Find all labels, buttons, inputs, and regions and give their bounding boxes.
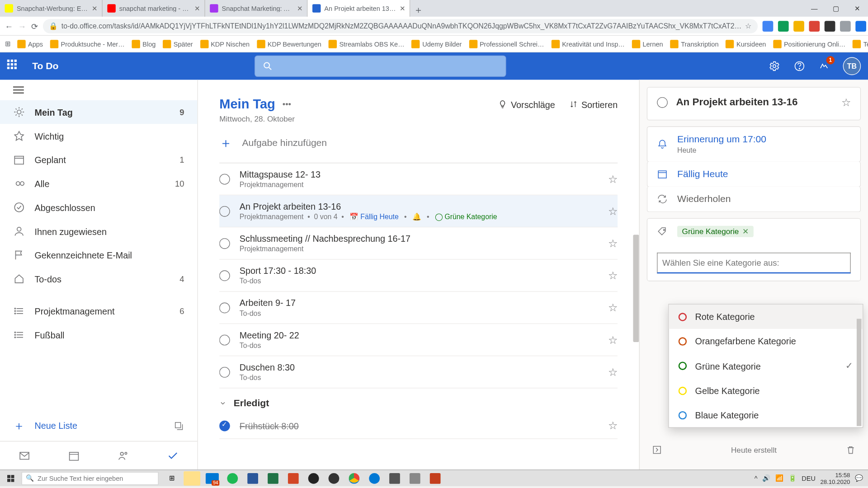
mail-icon[interactable] (19, 450, 30, 461)
completed-section-header[interactable]: Erledigt (219, 389, 618, 413)
star-icon[interactable]: ☆ (608, 366, 618, 379)
bookmark-item[interactable]: Kursideen (726, 40, 766, 48)
category-option[interactable]: Blaue Kategorie (669, 403, 863, 427)
star-icon[interactable]: ☆ (608, 269, 618, 282)
new-list-button[interactable]: ＋ Neue Liste (0, 411, 197, 441)
task-row[interactable]: Schlussmeeting // Nachbesprechung 16-17P… (219, 228, 618, 260)
forward-button[interactable]: → (18, 20, 26, 32)
sidebar-item[interactable]: Gekennzeichnete E-Mail (0, 243, 197, 267)
chrome-icon[interactable] (346, 471, 363, 485)
mail-app-icon[interactable]: 94 (204, 471, 221, 485)
app-icon[interactable] (305, 471, 322, 485)
category-row[interactable]: Grüne Kategorie ✕ (647, 218, 861, 282)
remove-tag-icon[interactable]: ✕ (742, 227, 749, 236)
sidebar-item[interactable]: Mein Tag9 (0, 100, 197, 124)
powerpoint-icon[interactable] (285, 471, 302, 485)
tray-wifi-icon[interactable]: 📶 (775, 474, 783, 482)
bookmark-item[interactable]: KDP Nischen (200, 40, 250, 48)
tray-volume-icon[interactable]: 🔊 (762, 474, 770, 482)
star-icon[interactable]: ☆ (608, 301, 618, 314)
category-option[interactable]: Gelbe Kategorie (669, 378, 863, 403)
sidebar-item[interactable]: Geplant1 (0, 148, 197, 172)
ext-icon[interactable] (840, 20, 851, 31)
sidebar-item[interactable]: Abgeschlossen (0, 196, 197, 220)
task-row[interactable]: Sport 17:30 - 18:30To-dos☆ (219, 260, 618, 292)
bookmark-item[interactable]: Streamlabs OBS Ke… (329, 40, 405, 48)
search-input[interactable] (255, 56, 506, 76)
help-icon[interactable] (793, 60, 806, 73)
taskbar-search[interactable]: 🔍Zur Suche Text hier eingeben (21, 472, 158, 485)
add-task-input[interactable]: ＋Aufgabe hinzufügen (219, 123, 618, 163)
sidebar-item[interactable]: To-dos4 (0, 267, 197, 291)
complete-toggle[interactable] (219, 302, 230, 313)
new-group-icon[interactable] (174, 420, 184, 431)
suggestions-button[interactable]: Vorschläge (498, 99, 555, 109)
complete-toggle[interactable] (219, 270, 230, 281)
apps-icon[interactable]: ⊞ (5, 40, 10, 47)
task-row[interactable]: Duschen 8:30To-dos☆ (219, 357, 618, 389)
complete-toggle[interactable] (219, 238, 230, 249)
settings-icon[interactable] (768, 60, 781, 73)
minimize-button[interactable]: — (804, 0, 825, 17)
hide-detail-icon[interactable] (651, 445, 662, 455)
word-icon[interactable] (245, 471, 261, 485)
task-row[interactable]: Meeting 20- 22To-dos☆ (219, 324, 618, 356)
sort-button[interactable]: Sortieren (570, 99, 618, 109)
app-title[interactable]: To Do (32, 61, 58, 72)
bookmark-item[interactable]: KDP Bewertungen (257, 40, 321, 48)
sidebar-item[interactable]: Projektmanagement6 (0, 299, 197, 323)
complete-toggle[interactable] (219, 174, 230, 184)
complete-toggle[interactable] (219, 334, 230, 345)
sidebar-item[interactable]: Wichtig (0, 124, 197, 148)
tray-language[interactable]: DEU (802, 474, 816, 482)
star-icon[interactable]: ☆ (608, 237, 618, 250)
explorer-icon[interactable] (184, 471, 200, 485)
star-icon[interactable]: ☆ (608, 173, 618, 186)
complete-toggle[interactable] (219, 206, 230, 217)
new-tab-button[interactable]: ＋ (410, 4, 427, 17)
repeat-row[interactable]: Wiederholen (647, 187, 861, 212)
bookmark-item[interactable]: Professionell Schrei… (469, 40, 544, 48)
list-menu-button[interactable]: ••• (283, 99, 291, 109)
tab-close-icon[interactable]: ✕ (92, 5, 97, 12)
browser-tab[interactable]: snapchat marketing - YouTube✕ (103, 0, 205, 17)
complete-toggle[interactable] (219, 367, 230, 378)
bookmark-item[interactable]: Kreativität und Insp… (551, 40, 624, 48)
app-icon[interactable] (406, 471, 423, 485)
tray-chevron-icon[interactable]: ^ (755, 474, 758, 482)
category-option[interactable]: Orangefarbene Kategorie (669, 329, 863, 353)
category-tag[interactable]: Grüne Kategorie ✕ (677, 226, 754, 237)
star-icon[interactable]: ☆ (608, 205, 618, 218)
obs-icon[interactable] (326, 471, 342, 485)
category-option[interactable]: Grüne Kategorie✓ (669, 353, 863, 378)
url-field[interactable]: 🔒 to-do.office.com/tasks/id/AAMkADQ1YjVj… (43, 19, 758, 33)
browser-tab[interactable]: Snapchat-Werbung: Ein Leitfad…✕ (0, 0, 103, 17)
sidebar-item[interactable]: Alle10 (0, 172, 197, 196)
sidebar-item[interactable]: Fußball (0, 323, 197, 347)
dropdown-scrollbar[interactable] (857, 319, 862, 426)
star-icon[interactable]: ☆ (608, 333, 618, 347)
tab-close-icon[interactable]: ✕ (194, 5, 200, 12)
sidebar-item[interactable]: Ihnen zugewiesen (0, 219, 197, 243)
bookmark-item[interactable]: Blog (132, 40, 156, 48)
browser-tab[interactable]: Snapchat Marketing: Attract New…✕ (205, 0, 308, 17)
bookmark-item[interactable]: Produktsuche - Mer… (50, 40, 125, 48)
maximize-button[interactable]: ▢ (825, 0, 846, 17)
tray-notifications-icon[interactable]: 💬 (855, 474, 863, 482)
notifications-icon[interactable]: 1 (818, 60, 831, 73)
todo-icon[interactable] (167, 450, 179, 461)
bookmark-item[interactable]: Teamwork (853, 40, 868, 48)
delete-icon[interactable] (845, 445, 856, 455)
ext-icon[interactable] (763, 20, 774, 31)
bookmark-item[interactable]: Positionierung Onli… (773, 40, 845, 48)
star-icon[interactable]: ☆ (745, 22, 752, 30)
bookmark-item[interactable]: Später (163, 40, 193, 48)
bookmark-item[interactable]: Udemy Bilder (412, 40, 462, 48)
ext-icon[interactable] (855, 20, 866, 31)
complete-toggle[interactable] (219, 421, 230, 432)
tray-battery-icon[interactable]: 🔋 (788, 474, 797, 482)
bookmark-item[interactable]: Transkription (670, 40, 718, 48)
due-date-row[interactable]: Fällig Heute (647, 161, 861, 187)
browser-tab[interactable]: An Projekt arbeiten 13-16 - To D…✕ (307, 0, 410, 17)
detail-title[interactable]: An Projekt arbeiten 13-16 (676, 97, 833, 108)
